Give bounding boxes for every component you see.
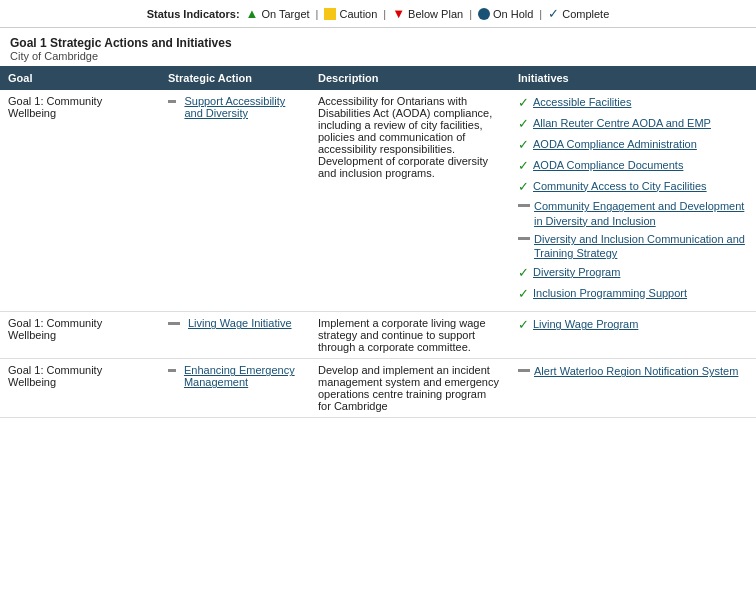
initiative-item: ✓Allan Reuter Centre AODA and EMP	[518, 116, 748, 133]
below-plan-label: Below Plan	[408, 8, 463, 20]
goal-cell: Goal 1: Community Wellbeing	[0, 359, 160, 418]
caution-label: Caution	[339, 8, 377, 20]
action-link[interactable]: Support Accessibility and Diversity	[184, 95, 302, 119]
goal-label: Goal 1: Community Wellbeing	[8, 317, 152, 341]
indicator-on-hold: On Hold	[478, 8, 533, 20]
action-status-icon	[168, 322, 180, 325]
col-header-goal: Goal	[0, 66, 160, 90]
on-target-label: On Target	[261, 8, 309, 20]
page-subtitle: City of Cambridge	[10, 50, 746, 62]
action-status-icon	[168, 369, 176, 372]
dash-icon	[518, 204, 530, 207]
below-plan-icon: ▼	[392, 6, 405, 21]
check-icon: ✓	[518, 179, 529, 196]
check-icon: ✓	[518, 95, 529, 112]
action-cell: Enhancing Emergency Management	[160, 359, 310, 418]
initiative-link[interactable]: Community Access to City Facilities	[533, 179, 707, 193]
page-header: Goal 1 Strategic Actions and Initiatives…	[0, 28, 756, 66]
dash-icon	[518, 237, 530, 240]
description-cell: Develop and implement an incident manage…	[310, 359, 510, 418]
col-header-desc: Description	[310, 66, 510, 90]
action-link[interactable]: Enhancing Emergency Management	[184, 364, 302, 388]
on-hold-label: On Hold	[493, 8, 533, 20]
indicator-on-target: ▲ On Target	[246, 6, 310, 21]
col-header-init: Initiatives	[510, 66, 756, 90]
action-link[interactable]: Living Wage Initiative	[188, 317, 292, 329]
initiative-item: ✓Community Access to City Facilities	[518, 179, 748, 196]
initiative-link[interactable]: AODA Compliance Documents	[533, 158, 683, 172]
indicator-caution: Caution	[324, 8, 377, 20]
check-icon: ✓	[518, 116, 529, 133]
indicator-below-plan: ▼ Below Plan	[392, 6, 463, 21]
initiative-link[interactable]: AODA Compliance Administration	[533, 137, 697, 151]
initiative-link[interactable]: Living Wage Program	[533, 317, 638, 331]
check-icon: ✓	[518, 265, 529, 282]
on-hold-icon	[478, 8, 490, 20]
initiative-item: ✓AODA Compliance Administration	[518, 137, 748, 154]
main-table: Goal Strategic Action Description Initia…	[0, 66, 756, 418]
table-row: Goal 1: Community WellbeingSupport Acces…	[0, 90, 756, 312]
initiative-item: ✓Inclusion Programming Support	[518, 286, 748, 303]
check-icon: ✓	[518, 317, 529, 334]
initiative-item: ✓Accessible Facilities	[518, 95, 748, 112]
initiative-link[interactable]: Accessible Facilities	[533, 95, 631, 109]
table-row: Goal 1: Community WellbeingLiving Wage I…	[0, 312, 756, 359]
goal-label: Goal 1: Community Wellbeing	[8, 95, 152, 119]
initiative-item: Alert Waterloo Region Notification Syste…	[518, 364, 748, 378]
initiative-item: ✓Living Wage Program	[518, 317, 748, 334]
check-icon: ✓	[518, 286, 529, 303]
action-cell: Living Wage Initiative	[160, 312, 310, 359]
description-cell: Implement a corporate living wage strate…	[310, 312, 510, 359]
goal-label: Goal 1: Community Wellbeing	[8, 364, 152, 388]
goal-cell: Goal 1: Community Wellbeing	[0, 312, 160, 359]
initiative-link[interactable]: Allan Reuter Centre AODA and EMP	[533, 116, 711, 130]
table-row: Goal 1: Community WellbeingEnhancing Eme…	[0, 359, 756, 418]
initiative-link[interactable]: Diversity and Inclusion Communication an…	[534, 232, 748, 261]
initiatives-cell: ✓Accessible Facilities✓Allan Reuter Cent…	[510, 90, 756, 312]
action-status-icon	[168, 100, 176, 103]
table-header-row: Goal Strategic Action Description Initia…	[0, 66, 756, 90]
initiatives-cell: Alert Waterloo Region Notification Syste…	[510, 359, 756, 418]
complete-label: Complete	[562, 8, 609, 20]
caution-icon	[324, 8, 336, 20]
initiative-item: ✓AODA Compliance Documents	[518, 158, 748, 175]
initiative-item: ✓Diversity Program	[518, 265, 748, 282]
dash-icon	[518, 369, 530, 372]
on-target-icon: ▲	[246, 6, 259, 21]
status-bar: Status Indicators: ▲ On Target | Caution…	[0, 0, 756, 28]
page-title: Goal 1 Strategic Actions and Initiatives	[10, 36, 746, 50]
col-header-action: Strategic Action	[160, 66, 310, 90]
indicator-complete: ✓ Complete	[548, 6, 609, 21]
initiative-item: Community Engagement and Development in …	[518, 199, 748, 228]
initiative-item: Diversity and Inclusion Communication an…	[518, 232, 748, 261]
complete-icon: ✓	[548, 6, 559, 21]
initiative-link[interactable]: Diversity Program	[533, 265, 620, 279]
initiatives-cell: ✓Living Wage Program	[510, 312, 756, 359]
initiative-link[interactable]: Inclusion Programming Support	[533, 286, 687, 300]
description-cell: Accessibility for Ontarians with Disabil…	[310, 90, 510, 312]
check-icon: ✓	[518, 158, 529, 175]
initiative-link[interactable]: Alert Waterloo Region Notification Syste…	[534, 364, 738, 378]
action-cell: Support Accessibility and Diversity	[160, 90, 310, 312]
goal-cell: Goal 1: Community Wellbeing	[0, 90, 160, 312]
check-icon: ✓	[518, 137, 529, 154]
status-bar-label: Status Indicators:	[147, 8, 240, 20]
initiative-link[interactable]: Community Engagement and Development in …	[534, 199, 748, 228]
